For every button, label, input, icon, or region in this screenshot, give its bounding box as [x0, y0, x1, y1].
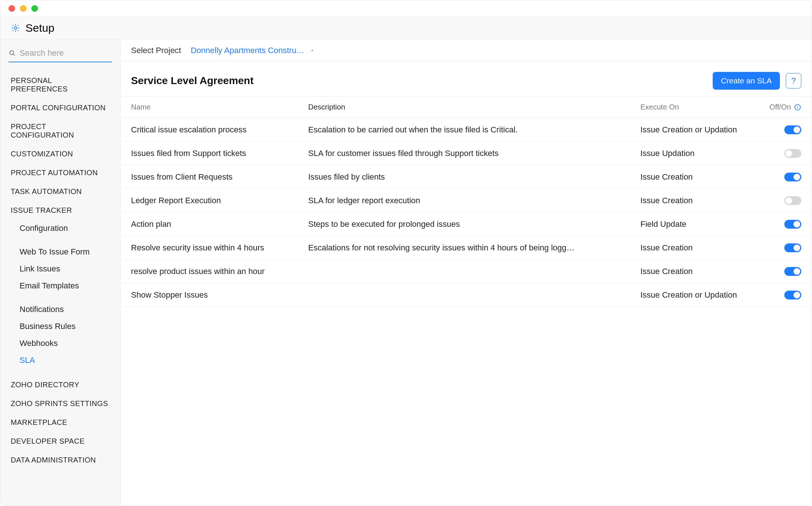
col-header-execute-on: Execute On [640, 103, 766, 111]
table-row[interactable]: resolve product issues within an hourIss… [121, 260, 812, 283]
select-project-label: Select Project [131, 46, 181, 55]
table-row[interactable]: Ledger Report ExecutionSLA for ledger re… [121, 189, 812, 212]
table-row[interactable]: Resolve security issue within 4 hoursEsc… [121, 236, 812, 260]
sla-execute-on: Issue Creation or Updation [640, 125, 766, 135]
sla-execute-on: Field Update [640, 219, 766, 229]
sidebar-sub-notifications[interactable]: Notifications [0, 301, 120, 318]
table-row[interactable]: Action planSteps to be executed for prol… [121, 212, 812, 236]
off-on-label: Off/On [769, 103, 791, 111]
sla-name: Resolve security issue within 4 hours [131, 243, 308, 253]
search-field[interactable] [8, 48, 112, 62]
sla-description: Escalations for not resolving security i… [308, 243, 640, 253]
sla-description: Issues filed by clients [308, 172, 640, 182]
sidebar-sub-link-issues[interactable]: Link Issues [0, 260, 120, 277]
maximize-window-dot[interactable] [31, 5, 38, 12]
sidebar-item-marketplace[interactable]: MARKETPLACE [0, 413, 120, 432]
sidebar-sub-configuration[interactable]: Configuration [0, 220, 120, 237]
close-window-dot[interactable] [8, 5, 15, 12]
gear-icon [11, 23, 20, 33]
app-header: Setup [0, 17, 812, 39]
sla-name: Action plan [131, 219, 308, 229]
sla-toggle[interactable] [784, 220, 801, 229]
sla-toggle-cell [766, 291, 801, 299]
caret-down-icon [310, 46, 315, 55]
mac-titlebar [0, 0, 812, 17]
table-row[interactable]: Critical issue escalation processEscalat… [121, 118, 812, 142]
sla-execute-on: Issue Creation [640, 172, 766, 182]
project-selected-name: Donnelly Apartments Constru… [191, 46, 304, 55]
sla-toggle[interactable] [784, 196, 801, 205]
main-area: Select Project Donnelly Apartments Const… [121, 39, 812, 506]
sidebar-sub-webhooks[interactable]: Webhooks [0, 335, 120, 352]
sla-toggle-cell [766, 173, 801, 181]
sla-toggle-cell [766, 196, 801, 205]
sla-execute-on: Issue Creation or Updation [640, 290, 766, 300]
sidebar-item-data-administration[interactable]: DATA ADMINISTRATION [0, 451, 120, 469]
sla-execute-on: Issue Creation [640, 243, 766, 253]
sidebar-sub-email-templates[interactable]: Email Templates [0, 277, 120, 294]
col-header-description: Description [308, 103, 640, 111]
col-header-off-on: Off/On [766, 103, 801, 111]
page-title: Setup [25, 22, 54, 34]
sla-toggle[interactable] [784, 267, 801, 276]
sla-toggle-cell [766, 220, 801, 229]
content-title: Service Level Agreement [131, 75, 254, 87]
sidebar-item-project-configuration[interactable]: PROJECT CONFIGURATION [0, 117, 120, 145]
create-sla-button[interactable]: Create an SLA [713, 72, 780, 90]
sla-description: Steps to be executed for prolonged issue… [308, 219, 640, 229]
sla-toggle-cell [766, 149, 801, 158]
sla-toggle[interactable] [784, 291, 801, 299]
search-input[interactable] [20, 48, 121, 58]
sidebar-item-portal-configuration[interactable]: PORTAL CONFIGURATION [0, 98, 120, 117]
sla-name: Show Stopper Issues [131, 290, 308, 300]
sla-toggle[interactable] [784, 173, 801, 181]
project-dropdown[interactable]: Donnelly Apartments Constru… [191, 46, 315, 55]
sla-toggle-cell [766, 125, 801, 134]
sla-toggle[interactable] [784, 149, 801, 158]
table-row[interactable]: Issues from Client RequestsIssues filed … [121, 165, 812, 189]
table-header: Name Description Execute On Off/On [121, 97, 812, 118]
minimize-window-dot[interactable] [20, 5, 27, 12]
svg-point-0 [14, 27, 17, 30]
sidebar-item-developer-space[interactable]: DEVELOPER SPACE [0, 432, 120, 451]
sidebar-sub-sla[interactable]: SLA [0, 352, 120, 369]
sla-description: Escalation to be carried out when the is… [308, 125, 640, 135]
sla-toggle[interactable] [784, 243, 801, 252]
sla-name: Critical issue escalation process [131, 125, 308, 135]
table-row[interactable]: Show Stopper IssuesIssue Creation or Upd… [121, 283, 812, 307]
sidebar-item-zoho-sprints-settings[interactable]: ZOHO SPRINTS SETTINGS [0, 394, 120, 413]
sla-toggle-cell [766, 267, 801, 276]
sla-execute-on: Issue Creation [640, 267, 766, 276]
sidebar-item-personal-preferences[interactable]: PERSONAL PREFERENCES [0, 71, 120, 98]
sidebar-item-issue-tracker[interactable]: ISSUE TRACKER [0, 201, 120, 220]
sla-table: Name Description Execute On Off/On Criti… [121, 96, 812, 506]
search-icon [8, 49, 16, 57]
sidebar-sub-web-to-issue-form[interactable]: Web To Issue Form [0, 243, 120, 260]
sla-name: Issues from Client Requests [131, 172, 308, 182]
svg-point-5 [797, 105, 798, 106]
sidebar-item-customization[interactable]: CUSTOMIZATION [0, 145, 120, 163]
sla-name: resolve product issues within an hour [131, 267, 308, 276]
sidebar-item-zoho-directory[interactable]: ZOHO DIRECTORY [0, 375, 120, 394]
sla-description: SLA for ledger report execution [308, 196, 640, 205]
info-icon[interactable] [794, 104, 801, 111]
sla-name: Issues filed from Support tickets [131, 149, 308, 158]
sidebar-item-project-automation[interactable]: PROJECT AUTOMATION [0, 163, 120, 182]
svg-line-2 [13, 54, 15, 56]
table-row[interactable]: Issues filed from Support ticketsSLA for… [121, 142, 812, 165]
content-header: Service Level Agreement Create an SLA ? [121, 62, 812, 96]
sla-execute-on: Issue Creation [640, 196, 766, 205]
sidebar-sub-business-rules[interactable]: Business Rules [0, 318, 120, 335]
sla-name: Ledger Report Execution [131, 196, 308, 205]
col-header-name: Name [131, 103, 308, 111]
sla-description: SLA for customer issues filed through Su… [308, 149, 640, 158]
sidebar: PERSONAL PREFERENCES PORTAL CONFIGURATIO… [0, 39, 121, 506]
sidebar-item-task-automation[interactable]: TASK AUTOMATION [0, 182, 120, 201]
project-bar: Select Project Donnelly Apartments Const… [121, 39, 812, 62]
sla-toggle[interactable] [784, 125, 801, 134]
svg-point-1 [10, 51, 14, 55]
sla-toggle-cell [766, 243, 801, 252]
sla-execute-on: Issue Updation [640, 149, 766, 158]
help-button[interactable]: ? [786, 73, 801, 89]
